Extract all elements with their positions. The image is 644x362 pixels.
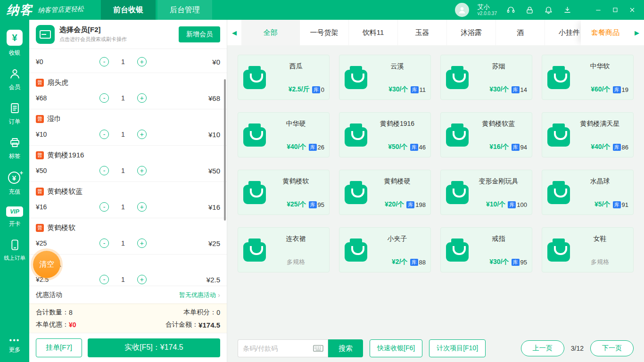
product-card[interactable]: 云溪 ¥30/个 库11 [339, 55, 431, 100]
product-card[interactable]: 苏烟 ¥30/个 库14 [440, 55, 532, 100]
add-member-button[interactable]: 新增会员 [179, 26, 220, 42]
customer-service-icon[interactable] [505, 5, 516, 15]
tab-backend-admin[interactable]: 后台管理 [157, 0, 212, 20]
sidebar-item-recharge[interactable]: ¥+ 充值 [0, 165, 29, 201]
cart-item[interactable]: 普 扇头虎 ¥68 - 1 + ¥68 [29, 73, 227, 109]
product-card[interactable]: 黄鹤楼1916 ¥50/个 库46 [339, 112, 431, 157]
next-page-button[interactable]: 下一页 [590, 340, 634, 356]
item-total: ¥50 [208, 167, 220, 175]
category-tab[interactable]: 沐浴露 [447, 20, 496, 45]
item-name: 湿巾 [47, 115, 61, 123]
category-tab-all[interactable]: 全部 [241, 20, 300, 45]
plus-button[interactable]: + [137, 166, 147, 175]
checkout-button[interactable]: 实收[F5]：¥174.5 [88, 338, 220, 357]
product-card[interactable]: 中华硬 ¥40/个 库26 [238, 112, 330, 157]
product-card[interactable]: 小夹子 ¥2/个 库88 [339, 227, 431, 272]
scroll-left-icon[interactable]: ◀ [227, 20, 241, 45]
shopping-bag-icon [546, 65, 571, 90]
barcode-input[interactable] [238, 339, 308, 357]
quick-cashier-button[interactable]: 快速收银[F6] [370, 339, 422, 357]
order-total-value: ¥174.5 [198, 321, 220, 329]
category-tab[interactable]: 饮料11 [349, 20, 398, 45]
cart-item[interactable]: 普 黄鹤楼1916 ¥50 - 1 + ¥50 [29, 146, 227, 182]
product-card[interactable]: 黄鹤楼满天星 ¥40/个 库86 [542, 112, 634, 157]
category-tab-combo[interactable]: 套餐商品 [581, 20, 630, 45]
promo-row[interactable]: 优惠活动 暂无优惠活动 › [29, 286, 227, 304]
minus-button[interactable]: - [99, 239, 109, 248]
bell-icon[interactable] [543, 5, 553, 15]
sidebar-item-label-print[interactable]: 标签 [0, 131, 29, 165]
promo-value[interactable]: 暂无优惠活动 [179, 291, 216, 299]
plus-button[interactable]: + [137, 93, 147, 103]
minus-button[interactable]: - [99, 275, 109, 284]
minimize-icon[interactable] [591, 3, 605, 17]
lock-icon[interactable] [524, 5, 535, 15]
minus-button[interactable]: - [99, 130, 109, 139]
qty-value[interactable]: 1 [121, 167, 125, 174]
clear-cart-button[interactable]: 清空 [33, 251, 60, 278]
download-icon[interactable] [562, 5, 572, 15]
product-stock: 库88 [410, 259, 426, 266]
product-card[interactable]: 中华软 ¥60/个 库19 [542, 55, 634, 100]
product-card[interactable]: 西瓜 ¥2.5/斤 库0 [238, 55, 330, 100]
cart-scrollbar[interactable] [224, 79, 226, 221]
product-card[interactable]: 水晶球 ¥5/个 库91 [542, 170, 634, 215]
product-card[interactable]: 连衣裙 多规格 库 [238, 227, 330, 272]
keyboard-icon[interactable] [308, 339, 328, 357]
item-type-badge: 普 [36, 115, 44, 123]
qty-value[interactable]: 1 [121, 131, 125, 138]
qty-value[interactable]: 1 [121, 239, 125, 247]
sidebar-item-vip-card[interactable]: VIP 开卡 [0, 201, 29, 233]
shopping-bag-icon [546, 180, 571, 205]
product-card[interactable]: 黄鹤楼硬 ¥20/个 库198 [339, 170, 431, 215]
cart-item[interactable]: 普 黄鹤楼软蓝 ¥16 - 1 + ¥16 [29, 182, 227, 218]
plus-button[interactable]: + [137, 57, 147, 66]
search-button[interactable]: 搜索 [328, 339, 363, 357]
count-item-button[interactable]: 计次项目[F10] [429, 339, 486, 357]
app-version: v2.0.0.37 [478, 11, 497, 16]
cart-item-partial[interactable]: ¥0 - 1 + ¥0 [29, 49, 227, 73]
product-card[interactable]: 戒指 ¥30/个 库95 [440, 227, 532, 272]
sidebar-item-orders[interactable]: 订单 [0, 97, 29, 131]
sidebar-item-more[interactable]: ••• 更多 [0, 333, 29, 359]
qty-value[interactable]: 1 [121, 203, 125, 211]
stock-value: 0 [321, 86, 324, 93]
order-points-label: 本单积分： [183, 308, 216, 317]
user-avatar[interactable] [455, 3, 469, 17]
plus-button[interactable]: + [137, 275, 147, 284]
plus-button[interactable]: + [137, 130, 147, 139]
product-card[interactable]: 黄鹤楼软 ¥25/个 库95 [238, 170, 330, 215]
plus-button[interactable]: + [137, 202, 147, 212]
hold-order-button[interactable]: 挂单[F7] [36, 338, 82, 357]
qty-value[interactable]: 1 [121, 94, 125, 102]
qty-value[interactable]: 1 [121, 276, 125, 283]
minus-button[interactable]: - [99, 166, 109, 175]
cart-item[interactable]: 普 黄鹤楼软 ¥25 - 1 + ¥25 [29, 218, 227, 255]
product-card[interactable]: 变形金刚玩具 ¥10/个 库100 [440, 170, 532, 215]
product-card[interactable]: 女鞋 多规格 库 [542, 227, 634, 272]
minus-button[interactable]: - [99, 57, 109, 66]
maximize-icon[interactable] [608, 3, 622, 17]
category-tab[interactable]: 一号货架 [300, 20, 349, 45]
qty-value[interactable]: 1 [121, 58, 125, 66]
phone-icon [8, 239, 21, 251]
close-icon[interactable] [625, 3, 639, 17]
order-discount-label: 本单优惠： [36, 321, 69, 329]
prev-page-button[interactable]: 上一页 [521, 340, 564, 356]
category-tab[interactable]: 酒 [496, 20, 545, 45]
sidebar-item-online-orders[interactable]: 线上订单 [0, 233, 29, 267]
member-header[interactable]: 选择会员[F2] 点击进行会员搜索或刷卡操作 新增会员 [29, 20, 227, 49]
category-tab[interactable]: 玉器 [398, 20, 447, 45]
product-stock: 库95 [309, 201, 324, 208]
sidebar-item-member[interactable]: 会员 [0, 62, 29, 97]
cart-item[interactable]: 普 湿巾 ¥10 - 1 + ¥10 [29, 109, 227, 146]
scroll-right-icon[interactable]: ▶ [630, 20, 644, 45]
minus-button[interactable]: - [99, 93, 109, 103]
plus-button[interactable]: + [137, 239, 147, 248]
sidebar-item-cashier[interactable]: ¥ 收银 [0, 25, 29, 62]
minus-button[interactable]: - [99, 202, 109, 212]
shopping-bag-icon [343, 65, 369, 90]
tab-front-cashier[interactable]: 前台收银 [101, 0, 156, 20]
product-card[interactable]: 黄鹤楼软蓝 ¥16/个 库94 [440, 112, 532, 157]
vip-icon: VIP [6, 206, 23, 217]
